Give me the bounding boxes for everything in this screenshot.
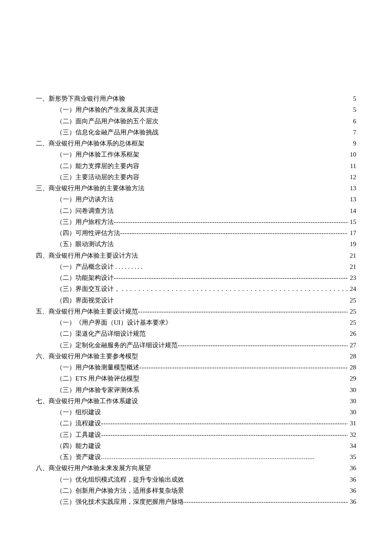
toc-entry-title: （二）渠道化产品详细设计规范 (56, 328, 146, 339)
toc-entry: （三）用户体验专家评测体系30 (36, 384, 356, 395)
toc-entry-title: （三）用户体验专家评测体系 (56, 384, 139, 395)
toc-entry: （三）用户旅程方法15 (36, 216, 356, 227)
toc-entry-page: 30 (348, 395, 356, 407)
toc-leader (114, 216, 348, 227)
toc-entry-title: （二）功能架构设计 (56, 272, 114, 283)
toc-entry-page: 13 (348, 194, 356, 205)
toc-entry-title: （三）定制化金融服务的产品详细设计规范 (56, 340, 178, 351)
toc-entry-page: 32 (348, 429, 356, 440)
toc-entry-page: 26 (348, 328, 356, 339)
toc-entry-page: 19 (348, 238, 356, 250)
toc-entry-page: 29 (348, 373, 356, 384)
toc-entry: （一）用户体验测量模型概述28 (36, 362, 356, 373)
toc-entry-page: 35 (348, 451, 356, 462)
toc-entry-title: 二、商业银行用户体验体系的总体框架 (36, 138, 144, 149)
toc-entry-title: （四）可用性评估方法 (56, 227, 120, 238)
toc-entry-title: 八、商业银行用户体验未来发展方向展望 (36, 462, 151, 474)
toc-entry: 七、商业银行用户体验工作体系建设30 (36, 395, 356, 407)
toc-entry: （三）工具建设32 (36, 429, 356, 440)
toc-entry: （四）能力建设34 (36, 440, 356, 451)
toc-entry: （二）流程建设31 (36, 418, 356, 429)
toc-entry: （五）资产建设35 (36, 451, 356, 462)
toc-entry: （一）用户体验工作体系框架10 (36, 149, 356, 160)
toc-leader (138, 306, 348, 317)
toc-entry-title: （一）用户体验的产生发展及其演进 (56, 104, 159, 115)
toc-entry-title: （五）眼动测试方法 (56, 238, 114, 250)
toc-entry: （二）面向产品用户体验的五个层次6 (36, 116, 356, 127)
toc-entry: 六、商业银行用户体验主要参考模型28 (36, 351, 356, 362)
toc-entry-title: （三）界面交互设计， (56, 283, 120, 294)
toc-entry-title: 五、商业银行用户体验主要设计规范 (36, 306, 138, 317)
toc-entry-title: （一）用户访谈方法 (56, 194, 114, 205)
toc-entry: （二）功能架构设计23 (36, 272, 356, 283)
toc-entry-title: （二）面向产品用户体验的五个层次 (56, 116, 159, 127)
toc-entry: （一）用户访谈方法13 (36, 194, 356, 205)
toc-entry-title: （一）《用户界面（UI）设计基本要求》 (56, 317, 172, 328)
toc-entry: （四）可用性评估方法17 (36, 227, 356, 238)
toc-entry-title: （三）用户旅程方法 (56, 216, 114, 227)
toc-entry-page: 5 (348, 104, 356, 115)
toc-entry-page: 28 (348, 362, 356, 373)
toc-entry-title: （三）工具建设 (56, 429, 101, 440)
toc-entry-title: （一）优化组织模式流程，提升专业输出成效 (56, 474, 184, 485)
toc-entry-title: （四）界面视觉设计 (56, 295, 114, 306)
toc-entry-title: （二）创新用户体验方法，适用多样复杂场景 (56, 485, 184, 496)
toc-entry: （三）主要活动层的主要内容12 (36, 171, 356, 183)
toc-leader (139, 362, 348, 373)
toc-entry-page: 13 (348, 183, 356, 194)
toc-leader (101, 429, 348, 440)
toc-entry-title: （二）能力支撑层的主要内容 (56, 160, 139, 171)
toc-entry-page: 21 (348, 250, 356, 261)
toc-entry: 五、商业银行用户体验主要设计规范 25 (36, 306, 356, 317)
toc-leader (120, 283, 348, 294)
toc-entry-page: 25 (348, 295, 356, 306)
toc-entry-title: （三）主要活动层的主要内容 (56, 171, 139, 183)
toc-entry: （三）强化技术实践应用，深度把握用户脉络36 (36, 496, 356, 507)
toc-entry-page: 5 (348, 93, 356, 104)
toc-entry-page: 28 (348, 351, 356, 362)
toc-entry: （一）组织建设30 (36, 407, 356, 418)
toc-entry: （一）产品概念设计 . . . . . . . . .21 (36, 261, 356, 272)
toc-entry-page: 23 (348, 272, 356, 283)
toc-entry-title: 四、商业银行用户体验主要设计方法 (36, 250, 138, 261)
toc-entry-page: 7 (348, 127, 356, 138)
toc-leader (120, 227, 348, 238)
toc-entry: （三）定制化金融服务的产品详细设计规范27 (36, 340, 356, 351)
toc-entry-page: 30 (348, 384, 356, 395)
toc-entry: 二、商业银行用户体验体系的总体框架9 (36, 138, 356, 149)
toc-entry: （二）创新用户体验方法，适用多样复杂场景36 (36, 485, 356, 496)
toc-entry-page: 36 (348, 496, 356, 507)
toc-entry-page: 24 (348, 283, 356, 294)
toc-entry-title: （一）组织建设 (56, 407, 101, 418)
toc-entry-title: （三）信息化金融产品用户体验挑战 (56, 127, 159, 138)
toc-entry-title: （五）资产建设 (56, 451, 101, 462)
toc-entry-title: （二）问卷调查方法 (56, 205, 114, 216)
toc-entry-page: 15 (348, 216, 356, 227)
toc-entry: （二）问卷调查方法14 (36, 205, 356, 216)
toc-leader (101, 418, 348, 429)
table-of-contents: 一、新形势下商业银行用户体验5（一）用户体验的产生发展及其演进5（二）面向产品用… (36, 93, 356, 507)
toc-entry-title: 三、商业银行用户体验的主要体验方法 (36, 183, 144, 194)
toc-entry: （三）信息化金融产品用户体验挑战7 (36, 127, 356, 138)
toc-entry-title: （四）能力建设 (56, 440, 101, 451)
toc-entry-page: 14 (348, 205, 356, 216)
toc-entry-page: 11 (348, 160, 356, 171)
toc-entry: （一）《用户界面（UI）设计基本要求》25 (36, 317, 356, 328)
toc-entry: 一、新形势下商业银行用户体验5 (36, 93, 356, 104)
toc-entry: 八、商业银行用户体验未来发展方向展望36 (36, 462, 356, 474)
toc-entry-page: 30 (348, 407, 356, 418)
toc-entry-page: 25 (348, 306, 356, 317)
toc-entry-page: 31 (348, 418, 356, 429)
toc-entry-page: 21 (348, 261, 356, 272)
toc-entry-title: （二）流程建设 (56, 418, 101, 429)
toc-entry-page: 36 (348, 474, 356, 485)
toc-entry-title: 一、新形势下商业银行用户体验 (36, 93, 125, 104)
toc-entry-title: （三）强化技术实践应用，深度把握用户脉络 (56, 496, 184, 507)
toc-entry-title: （一）用户体验测量模型概述 (56, 362, 139, 373)
toc-leader (178, 340, 348, 351)
toc-entry-page: 12 (348, 171, 356, 183)
toc-leader (101, 451, 348, 462)
toc-entry: （五）眼动测试方法19 (36, 238, 356, 250)
toc-entry: （一）用户体验的产生发展及其演进5 (36, 104, 356, 115)
toc-entry-page: 36 (348, 485, 356, 496)
